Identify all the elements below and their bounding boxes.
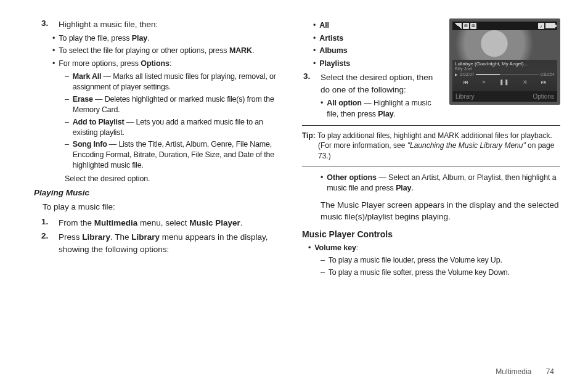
signal-icon (454, 23, 462, 29)
options-list-side: All Artists Albums Playlists 3. Select t… (302, 18, 441, 121)
footer-section: Multimedia (496, 367, 531, 376)
dash-add-playlist: Add to Playlist — Lets you add a marked … (65, 117, 280, 138)
text: For more options, press (59, 59, 141, 68)
opt-playlists: Playlists (313, 59, 441, 70)
text: To play the file, press (59, 34, 132, 43)
opt-artists-label: Artists (319, 33, 441, 44)
text: — Marks all listed music files for playi… (73, 72, 276, 91)
playing-music-heading: Playing Music (34, 188, 280, 197)
progress-bar (476, 74, 538, 75)
tip-block: Tip: To play additional files, highlight… (302, 129, 560, 162)
text: To play a music file softer, press the V… (329, 267, 560, 278)
rule-top (302, 125, 560, 126)
dash-mark-all: Mark All — Marks all listed music files … (65, 71, 280, 92)
progress-row: ▶ 0:02:07 0:03:54 (452, 72, 557, 76)
erase-label: Erase (73, 95, 93, 104)
options-label: Options (141, 59, 169, 68)
text: To select the file for playing or other … (59, 46, 229, 55)
play-label: Play (396, 184, 411, 192)
album-art (452, 30, 557, 60)
time-elapsed: 0:02:07 (460, 72, 474, 76)
time-total: 0:03:54 (541, 72, 555, 76)
track-title: Lullabye (Goodnight, My Angel)... (452, 60, 557, 67)
text: . The (110, 232, 131, 242)
player-controls: ⏮ ≡ ❚❚ ⤭ ⏭ (452, 76, 557, 88)
status-icon: ⊞ (463, 23, 469, 29)
step-3-text: Highlight a music file, then: (59, 18, 280, 31)
step-2-body: Press Library. The Library menu appears … (59, 231, 280, 255)
prev-icon: ⏮ (463, 79, 468, 85)
to-play-text: To play a music file: (43, 201, 280, 213)
text: — Deletes highlighted or marked music fi… (73, 95, 274, 114)
opt-artists: Artists (313, 33, 441, 44)
dash-volume-down: To play a music file softer, press the V… (321, 267, 560, 278)
tip-label: Tip: (302, 131, 316, 140)
shuffle-icon: ⤭ (523, 79, 528, 85)
softkey-left: Library (455, 93, 475, 100)
play-icon: ▶ (455, 72, 458, 76)
track-artist: Billy Joel (452, 67, 557, 72)
play-label: Play (378, 110, 393, 118)
step-1-body: From the Multimedia menu, select Music P… (59, 217, 280, 229)
opt-albums-label: Albums (319, 46, 441, 57)
status-icon: ⊠ (470, 23, 476, 29)
bullet-volume-key: Volume key: (308, 243, 560, 254)
dash-song-info: Song Info — Lists the Title, Artist, Alb… (65, 139, 280, 171)
song-info-label: Song Info (73, 140, 107, 149)
step-1-number: 1. (40, 217, 59, 229)
library-label: Library (82, 232, 110, 242)
dash-erase: Erase — Deletes highlighted or marked mu… (65, 94, 280, 115)
tip-ref: "Launching the Music Library Menu" (407, 141, 526, 150)
text: . (411, 184, 413, 192)
next-icon: ⏭ (541, 79, 547, 85)
page-footer: Multimedia 74 (496, 367, 554, 376)
text: . (240, 218, 243, 227)
library-label-2: Library (131, 232, 160, 242)
bullet-select-file: To select the file for playing or other … (52, 46, 280, 56)
right-column: All Artists Albums Playlists 3. Select t… (302, 18, 560, 351)
right-step-3: 3. Select the desired option, then do on… (302, 71, 441, 96)
text: : (356, 243, 358, 252)
text: : (169, 59, 171, 68)
select-desired-option: Select the desired option. (65, 174, 280, 183)
footer-page-number: 74 (546, 367, 554, 376)
other-options-label: Other options (327, 173, 377, 182)
text: To play a music file louder, press the V… (329, 255, 560, 266)
opt-albums: Albums (313, 46, 441, 57)
step-3: 3. Highlight a music file, then: (40, 18, 280, 31)
volume-key-label: Volume key (314, 243, 356, 252)
left-column: 3. Highlight a music file, then: To play… (34, 18, 280, 351)
softkey-row: Library Options (452, 91, 557, 102)
status-icon: ♪ (538, 23, 544, 29)
menu-icon: ≡ (482, 79, 485, 85)
all-option-label: All option (327, 99, 362, 107)
opt-all: All (313, 20, 441, 31)
play-step-2: 2. Press Library. The Library menu appea… (40, 231, 280, 255)
right-step-3-text: Select the desired option, then do one o… (321, 71, 441, 96)
play-label: Play (132, 34, 147, 43)
play-step-1: 1. From the Multimedia menu, select Musi… (40, 217, 280, 229)
text: From the (59, 218, 94, 227)
music-player-screenshot: ⊞ ⊠ ♪ Lullabye (Goodnight, My Angel)... … (449, 18, 560, 105)
bullet-all-option: All option — Highlight a music file, the… (321, 98, 441, 120)
step-2-number: 2. (40, 231, 59, 255)
bullet-more-options: For more options, press Options: (52, 59, 280, 69)
opt-all-label: All (319, 20, 441, 31)
page-columns: 3. Highlight a music file, then: To play… (34, 18, 560, 351)
add-playlist-label: Add to Playlist (73, 118, 125, 126)
pause-icon: ❚❚ (499, 79, 509, 85)
text: . (147, 34, 149, 43)
text: menu, select (137, 218, 189, 227)
multimedia-label: Multimedia (94, 218, 138, 227)
bullet-other-options: Other options — Select an Artist, Album,… (321, 173, 560, 194)
mark-all-label: Mark All (73, 72, 102, 81)
opt-playlists-label: Playlists (319, 59, 441, 70)
text: . (252, 46, 254, 55)
mark-label: MARK (229, 46, 252, 55)
step-3-number: 3. (40, 18, 59, 31)
status-bar: ⊞ ⊠ ♪ (452, 22, 557, 30)
softkey-right: Options (533, 93, 554, 100)
battery-icon (545, 23, 555, 28)
music-player-controls-heading: Music Player Controls (302, 229, 560, 239)
rule-bottom (302, 166, 560, 166)
